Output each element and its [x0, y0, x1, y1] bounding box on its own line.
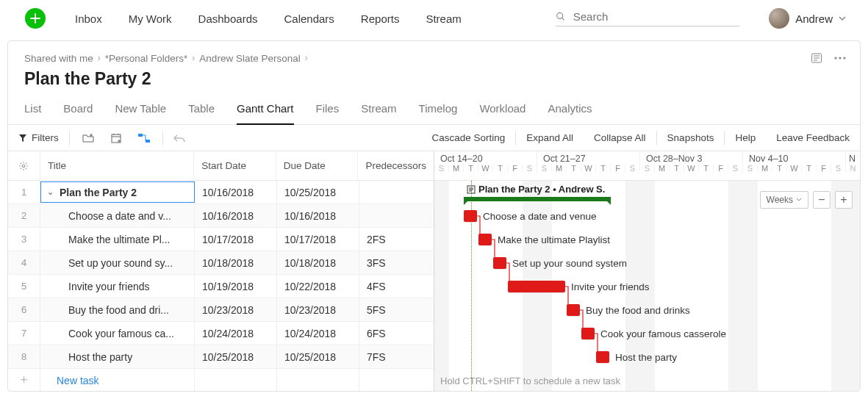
- gantt-bar[interactable]: Host the party: [596, 351, 609, 363]
- cell-due[interactable]: 10/24/2018: [277, 322, 359, 345]
- collapse-icon[interactable]: ⌄: [47, 187, 54, 197]
- cell-predecessors[interactable]: [359, 204, 434, 227]
- nav-item-my-work[interactable]: My Work: [129, 12, 172, 25]
- gantt-bar[interactable]: Buy the food and drinks: [567, 304, 580, 316]
- crumb-andrew[interactable]: Andrew Slate Personal: [199, 53, 300, 64]
- new-task-row[interactable]: +New task: [8, 369, 434, 391]
- table-row[interactable]: 4Set up your sound sy...10/18/201810/18/…: [8, 251, 434, 275]
- tab-timelog[interactable]: Timelog: [419, 102, 458, 124]
- gantt-bar[interactable]: Set up your sound system: [493, 257, 506, 269]
- tab-table[interactable]: Table: [188, 102, 215, 124]
- nav-item-dashboards[interactable]: Dashboards: [198, 12, 258, 25]
- expand-all-button[interactable]: Expand All: [515, 131, 584, 145]
- summary-bar[interactable]: [464, 197, 611, 201]
- leave-feedback-button[interactable]: Leave Feedback: [766, 132, 860, 143]
- help-button[interactable]: Help: [724, 131, 766, 145]
- table-row[interactable]: 5Invite your friends10/19/201810/22/2018…: [8, 275, 434, 298]
- gantt-chart[interactable]: Oct 14–20Oct 21–27Oct 28–Nov 3Nov 4–10N …: [434, 151, 860, 391]
- table-row[interactable]: 1⌄ Plan the Party 210/16/201810/25/2018: [8, 181, 434, 204]
- nav-item-calendars[interactable]: Calendars: [284, 12, 334, 25]
- cell-due[interactable]: 10/18/2018: [277, 251, 359, 274]
- cell-title[interactable]: Cook your famous ca...: [40, 322, 195, 345]
- cell-due[interactable]: 10/25/2018: [277, 345, 359, 368]
- zoom-in-button[interactable]: +: [835, 191, 853, 209]
- add-button[interactable]: [25, 8, 46, 29]
- zoom-out-button[interactable]: −: [813, 191, 831, 209]
- cell-start[interactable]: 10/23/2018: [195, 298, 277, 321]
- cell-predecessors[interactable]: 5FS: [359, 298, 434, 321]
- tab-stream[interactable]: Stream: [361, 102, 396, 124]
- cell-due[interactable]: 10/25/2018: [277, 181, 359, 204]
- snapshots-button[interactable]: Snapshots: [656, 131, 725, 145]
- tab-new-table[interactable]: New Table: [115, 102, 166, 124]
- cell-start[interactable]: 10/16/2018: [195, 204, 277, 227]
- col-start[interactable]: Start Date: [194, 151, 276, 180]
- cell-start[interactable]: 10/16/2018: [195, 181, 277, 204]
- cell-due[interactable]: 10/17/2018: [277, 228, 359, 251]
- cell-predecessors[interactable]: 7FS: [359, 345, 434, 368]
- table-row[interactable]: 7Cook your famous ca...10/24/201810/24/2…: [8, 322, 434, 345]
- user-menu[interactable]: Andrew: [769, 8, 846, 29]
- day-header: T: [567, 164, 581, 173]
- cell-due[interactable]: 10/22/2018: [277, 275, 359, 298]
- tab-gantt[interactable]: Gantt Chart: [237, 102, 294, 125]
- gantt-body[interactable]: Plan the Party 2 • Andrew S.Choose a dat…: [434, 181, 860, 391]
- col-title[interactable]: Title: [40, 151, 194, 180]
- gantt-bar[interactable]: Make the ultimate Playlist: [478, 234, 492, 245]
- cell-start[interactable]: 10/17/2018: [195, 228, 277, 251]
- search-input[interactable]: [573, 10, 739, 23]
- cell-title[interactable]: Buy the food and dri...: [40, 298, 195, 321]
- collapse-all-button[interactable]: Collapse All: [584, 132, 656, 143]
- cascade-sorting-button[interactable]: Cascade Sorting: [421, 132, 515, 143]
- cell-due[interactable]: 10/16/2018: [277, 204, 359, 227]
- nav-item-reports[interactable]: Reports: [361, 12, 400, 25]
- cell-title[interactable]: Host the party: [40, 345, 195, 368]
- cell-title[interactable]: Choose a date and v...: [40, 204, 195, 227]
- cell-title[interactable]: Make the ultimate Pl...: [40, 228, 195, 251]
- cell-start[interactable]: 10/18/2018: [195, 251, 277, 274]
- cell-start[interactable]: 10/24/2018: [195, 322, 277, 345]
- col-due[interactable]: Due Date: [276, 151, 359, 180]
- tab-board[interactable]: Board: [63, 102, 93, 124]
- cell-title[interactable]: ⌄ Plan the Party 2: [40, 181, 195, 203]
- cell-start[interactable]: 10/25/2018: [195, 345, 277, 368]
- cell-predecessors[interactable]: [359, 181, 434, 204]
- dependency-button[interactable]: [137, 132, 151, 145]
- search-box[interactable]: [556, 10, 739, 26]
- cell-predecessors[interactable]: 2FS: [359, 228, 434, 251]
- cell-predecessors[interactable]: 4FS: [359, 275, 434, 298]
- cell-due[interactable]: 10/23/2018: [277, 298, 359, 321]
- filters-button[interactable]: Filters: [8, 125, 69, 151]
- crumb-shared[interactable]: Shared with me: [24, 53, 93, 64]
- more-button[interactable]: [833, 51, 847, 65]
- cell-title[interactable]: Set up your sound sy...: [40, 251, 195, 274]
- table-row[interactable]: 2Choose a date and v...10/16/201810/16/2…: [8, 204, 434, 228]
- col-pred[interactable]: Predecessors: [358, 151, 434, 180]
- cell-predecessors[interactable]: 3FS: [359, 251, 434, 274]
- new-task-label[interactable]: New task: [40, 369, 195, 391]
- folder-add-button[interactable]: [82, 132, 95, 145]
- table-row[interactable]: 8Host the party10/25/201810/25/20187FS: [8, 345, 434, 369]
- nav-item-inbox[interactable]: Inbox: [75, 12, 102, 25]
- undo-button[interactable]: [163, 125, 196, 151]
- zoom-scale-select[interactable]: Weeks: [760, 191, 808, 209]
- grid-settings-button[interactable]: [8, 151, 40, 180]
- gantt-bar[interactable]: Choose a date and venue: [464, 210, 477, 222]
- cell-start[interactable]: 10/19/2018: [195, 275, 277, 298]
- tab-files[interactable]: Files: [316, 102, 340, 124]
- day-header: S: [743, 164, 758, 173]
- info-panel-button[interactable]: [810, 51, 823, 65]
- calendar-add-button[interactable]: [110, 132, 123, 145]
- table-row[interactable]: 3Make the ultimate Pl...10/17/201810/17/…: [8, 228, 434, 251]
- crumb-personal[interactable]: *Personal Folders*: [105, 53, 188, 64]
- gantt-bar[interactable]: Invite your friends: [508, 281, 565, 292]
- gantt-bar[interactable]: Cook your famous casserole: [581, 328, 595, 339]
- table-row[interactable]: 6Buy the food and dri...10/23/201810/23/…: [8, 298, 434, 322]
- cell-title[interactable]: Invite your friends: [40, 275, 195, 298]
- tab-analytics[interactable]: Analytics: [548, 102, 592, 124]
- tab-workload[interactable]: Workload: [479, 102, 526, 124]
- tab-list[interactable]: List: [24, 102, 41, 124]
- nav-item-stream[interactable]: Stream: [426, 12, 461, 25]
- cell-title-text: Plan the Party 2: [60, 187, 137, 198]
- cell-predecessors[interactable]: 6FS: [359, 322, 434, 345]
